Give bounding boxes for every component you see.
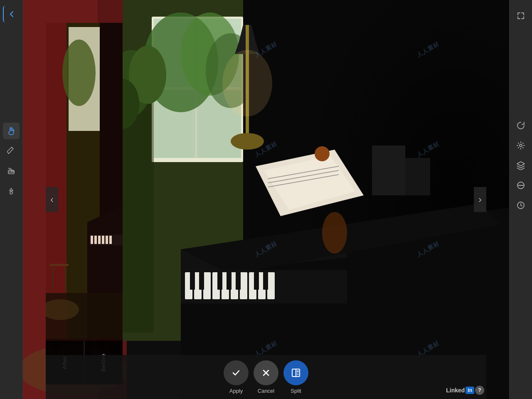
next-icon: › (478, 194, 482, 205)
svg-rect-42 (263, 272, 268, 290)
svg-rect-35 (267, 272, 275, 299)
svg-point-24 (222, 50, 272, 116)
apply-button[interactable] (224, 360, 249, 385)
refresh-button[interactable] (512, 117, 529, 134)
svg-point-46 (315, 146, 330, 161)
cancel-label: Cancel (258, 388, 274, 394)
fullscreen-button[interactable] (512, 7, 529, 24)
svg-rect-38 (217, 272, 222, 290)
bottom-action-bar: Apply Cancel (46, 355, 486, 399)
right-toolbar (509, 0, 532, 399)
left-toolbar (0, 0, 23, 399)
svg-rect-74 (65, 266, 66, 291)
svg-rect-72 (50, 264, 69, 266)
prev-icon: ‹ (50, 194, 54, 205)
prev-button[interactable]: ‹ (46, 187, 58, 212)
svg-rect-36 (190, 272, 195, 290)
svg-rect-40 (236, 272, 241, 290)
help-button[interactable]: ? (475, 386, 484, 395)
svg-rect-70 (46, 23, 123, 339)
linkedin-icon: in (466, 387, 474, 394)
history-button[interactable] (512, 197, 529, 214)
svg-rect-39 (227, 272, 232, 290)
svg-rect-28 (203, 272, 211, 299)
cancel-action[interactable]: Cancel (254, 360, 278, 394)
split-label: Split (291, 388, 301, 394)
svg-rect-41 (254, 272, 259, 290)
thumbnail-preview (46, 23, 123, 339)
split-button[interactable] (283, 360, 308, 385)
svg-point-49 (322, 212, 347, 254)
svg-rect-48 (405, 158, 430, 195)
back-button[interactable] (3, 6, 20, 22)
clone-tool[interactable] (3, 182, 20, 199)
svg-rect-32 (240, 272, 247, 299)
next-button[interactable]: › (474, 187, 486, 212)
brush-tool[interactable] (3, 143, 20, 159)
linkedin-badge: Linked in ? (446, 386, 484, 395)
svg-rect-78 (297, 370, 299, 372)
no-entry-button[interactable] (512, 177, 529, 194)
svg-rect-37 (199, 272, 204, 290)
eraser-tool[interactable] (3, 163, 20, 179)
apply-label: Apply (229, 388, 243, 394)
linked-text: Linked (446, 387, 465, 394)
hand-tool[interactable] (3, 123, 20, 139)
svg-point-23 (231, 133, 264, 150)
svg-point-1 (10, 192, 12, 194)
cancel-button[interactable] (254, 360, 278, 385)
layers-button[interactable] (512, 157, 529, 174)
svg-point-80 (520, 144, 522, 147)
svg-rect-79 (297, 373, 299, 375)
canvas-area: 人人素材 人人素材 人人素材 人人素材 人人素材 人人素材 人人素材 人人素材 … (23, 0, 509, 399)
svg-rect-47 (372, 145, 405, 195)
apply-action[interactable]: Apply (224, 360, 249, 394)
settings-button[interactable] (512, 137, 529, 154)
split-action[interactable]: Split (283, 360, 308, 394)
svg-rect-73 (52, 266, 54, 291)
photo-background: 人人素材 人人素材 人人素材 人人素材 人人素材 人人素材 人人素材 人人素材 … (23, 0, 509, 399)
